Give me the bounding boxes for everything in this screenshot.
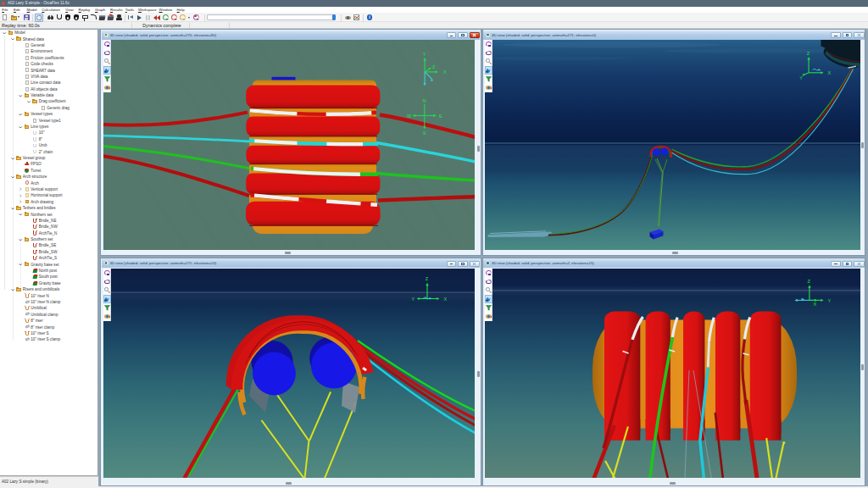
svg-text:W: W xyxy=(406,114,411,119)
svg-text:Y: Y xyxy=(422,52,426,57)
svg-text:Z: Z xyxy=(425,276,428,281)
svg-text:X: X xyxy=(442,69,446,75)
svg-text:Y: Y xyxy=(799,75,803,80)
svg-text:Y: Y xyxy=(411,297,415,302)
svg-text:Y: Y xyxy=(827,298,831,303)
svg-text:Z: Z xyxy=(806,51,810,56)
svg-text:X: X xyxy=(813,302,816,307)
svg-text:Z: Z xyxy=(431,64,435,69)
svg-text:X: X xyxy=(443,297,447,302)
svg-text:E: E xyxy=(438,114,442,119)
svg-text:S: S xyxy=(422,130,426,136)
svg-text:Z: Z xyxy=(807,279,810,284)
svg-text:X: X xyxy=(827,70,831,75)
svg-text:N: N xyxy=(422,98,426,103)
